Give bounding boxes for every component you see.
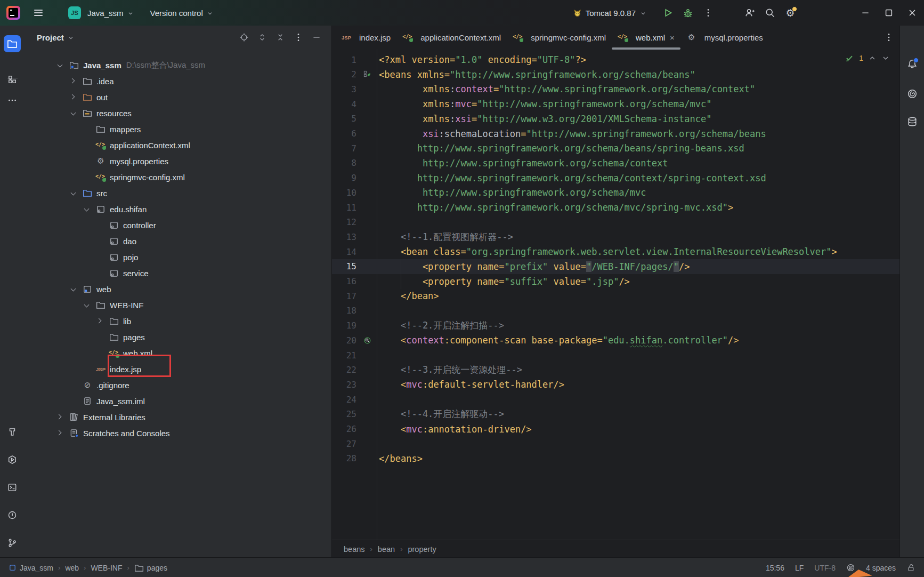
code-line-1[interactable]: 1<?xml version="1.0" encoding="UTF-8"?> [332,52,899,67]
tree-item-Java_ssm[interactable]: Java_ssmD:\ssm整合\Java_ssm [25,57,331,73]
code-line-15[interactable]: 15 <property name="prefix" value="/WEB-I… [332,259,899,274]
breadcrumb-property[interactable]: property [408,545,436,554]
tree-item-web[interactable]: web [25,281,331,297]
code-editor[interactable]: 1<?xml version="1.0" encoding="UTF-8"?>2… [332,49,899,540]
code-line-25[interactable]: 25 <!--4.开启注解驱动--> [332,407,899,422]
tree-item-WEB-INF[interactable]: WEB-INF [25,297,331,313]
tree-item-service[interactable]: service [25,265,331,281]
tree-expanded-chevron-icon[interactable] [70,110,77,116]
tool-window-services-icon[interactable] [4,451,21,468]
status-path-pages[interactable]: pages [134,563,167,573]
status-path-web[interactable]: web [65,564,79,572]
code-line-18[interactable]: 18 [332,303,899,318]
database-icon[interactable] [904,113,921,130]
tree-expanded-chevron-icon[interactable] [70,190,77,196]
code-line-20[interactable]: 20 <context:component-scan base-package=… [332,333,899,348]
code-line-6[interactable]: 6 xsi:schemaLocation="http://www.springf… [332,126,899,141]
settings-icon[interactable]: ⚙ [781,4,799,22]
tree-item-.idea[interactable]: .idea [25,73,331,89]
code-line-12[interactable]: 12 [332,215,899,230]
tree-item-out[interactable]: out [25,89,331,105]
code-line-19[interactable]: 19 <!--2.开启注解扫描--> [332,318,899,333]
tree-collapsed-chevron-icon[interactable] [57,414,63,420]
editor-tab-index.jsp[interactable]: JSPindex.jsp [335,26,396,49]
tab-close-icon[interactable]: × [670,33,675,42]
tree-expanded-chevron-icon[interactable] [84,206,90,212]
code-line-8[interactable]: 8 http://www.springframework.org/schema/… [332,156,899,171]
tree-collapsed-chevron-icon[interactable] [57,430,63,436]
tool-window-terminal-icon[interactable] [4,479,21,496]
code-line-24[interactable]: 24 [332,392,899,407]
tree-item-pojo[interactable]: pojo [25,249,331,265]
tree-collapsed-chevron-icon[interactable] [70,78,77,84]
tree-item-Scratches-and-Consoles[interactable]: Scratches and Consoles [25,425,331,441]
prev-issue-icon[interactable] [868,54,877,62]
main-menu-button[interactable] [30,5,47,20]
code-line-3[interactable]: 3 xmlns:context="http://www.springframew… [332,82,899,97]
editor-tab-web.xml[interactable]: </> web.xml× [612,26,680,49]
editor-tab-springmvc-config.xml[interactable]: </> springmvc-config.xml [507,26,612,49]
tool-window-project-icon[interactable] [4,35,21,52]
code-line-11[interactable]: 11 http://www.springframework.org/schema… [332,200,899,215]
inspections-widget[interactable]: 1 [845,53,890,63]
status-path-WEB-INF[interactable]: WEB-INF [91,564,122,572]
code-line-26[interactable]: 26 <mvc:annotation-driven/> [332,422,899,437]
code-line-16[interactable]: 16 <property name="suffix" value=".jsp"/… [332,274,899,289]
run-configuration-widget[interactable]: Tomcat 9.0.87 [569,5,651,21]
code-line-21[interactable]: 21 [332,348,899,363]
code-line-10[interactable]: 10 http://www.springframework.org/schema… [332,185,899,200]
ai-assistant-icon[interactable] [904,85,921,102]
tree-expanded-chevron-icon[interactable] [70,286,77,292]
editor-tab-applicationContext.xml[interactable]: </> applicationContext.xml [396,26,507,49]
tool-window-problems-icon[interactable] [4,507,21,524]
next-issue-icon[interactable] [881,54,890,62]
code-line-13[interactable]: 13 <!--1.配置视图解析器--> [332,229,899,244]
spring-bean-gutter-icon[interactable] [360,70,375,78]
tree-item-pages[interactable]: pages [25,329,331,345]
tree-item-controller[interactable]: controller [25,217,331,233]
search-icon[interactable] [761,4,779,22]
tab-options-icon[interactable] [882,31,895,44]
lock-open-icon[interactable] [906,563,915,572]
code-line-17[interactable]: 17 </bean> [332,288,899,303]
tree-item-mysql.properties[interactable]: ⚙mysql.properties [25,153,331,169]
tool-window-version-control-icon[interactable] [4,534,21,551]
encoding-widget[interactable]: UTF-8 [814,564,836,572]
status-path[interactable]: Java_ssm›web›WEB-INF›pages [9,563,167,573]
breadcrumb-bean[interactable]: bean [378,545,395,554]
code-line-23[interactable]: 23 <mvc:default-servlet-handler/> [332,377,899,392]
code-line-9[interactable]: 9 http://www.springframework.org/schema/… [332,171,899,186]
tree-item-springmvc-config.xml[interactable]: </> springmvc-config.xml [25,169,331,185]
tool-window-more-icon[interactable] [4,92,21,109]
tree-item-mappers[interactable]: mappers [25,121,331,137]
tree-item-index.jsp[interactable]: JSPindex.jsp [25,361,331,377]
tool-window-structure-icon[interactable] [4,71,21,88]
editor-tab-mysql.properties[interactable]: ⚙mysql.properties [680,26,769,49]
code-line-28[interactable]: 28</beans> [332,451,899,466]
code-line-7[interactable]: 7 http://www.springframework.org/schema/… [332,141,899,156]
tree-item-resources[interactable]: resources [25,105,331,121]
vcs-widget[interactable]: Version control [146,5,218,21]
collaborate-icon[interactable] [741,4,759,22]
tree-item-.gitignore[interactable]: ⊘.gitignore [25,377,331,393]
tree-expanded-chevron-icon[interactable] [84,302,90,308]
status-path-Java_ssm[interactable]: Java_ssm [9,564,53,572]
code-line-4[interactable]: 4 xmlns:mvc="http://www.springframework.… [332,97,899,111]
tree-item-edu.shifan[interactable]: edu.shifan [25,201,331,217]
code-line-5[interactable]: 5 xmlns:xsi="http://www.w3.org/2001/XMLS… [332,111,899,126]
breadcrumb-beans[interactable]: beans [344,545,365,554]
debug-icon[interactable] [679,4,697,22]
code-line-2[interactable]: 2<beans xmlns="http://www.springframewor… [332,67,899,82]
tree-item-web.xml[interactable]: </> web.xml [25,345,331,361]
project-widget[interactable]: JS Java_ssm [53,3,139,22]
tree-item-External-Libraries[interactable]: External Libraries [25,409,331,425]
tree-expanded-chevron-icon[interactable] [57,62,63,68]
code-line-22[interactable]: 22 <!--3.开启统一资源处理--> [332,363,899,378]
spring-scan-gutter-icon[interactable] [360,336,375,344]
tree-item-lib[interactable]: lib [25,313,331,329]
tree-collapsed-chevron-icon[interactable] [70,94,77,100]
tree-item-src[interactable]: src [25,185,331,201]
close-button[interactable] [901,0,924,26]
line-separator-widget[interactable]: LF [795,564,804,572]
tree-collapsed-chevron-icon[interactable] [97,318,103,324]
